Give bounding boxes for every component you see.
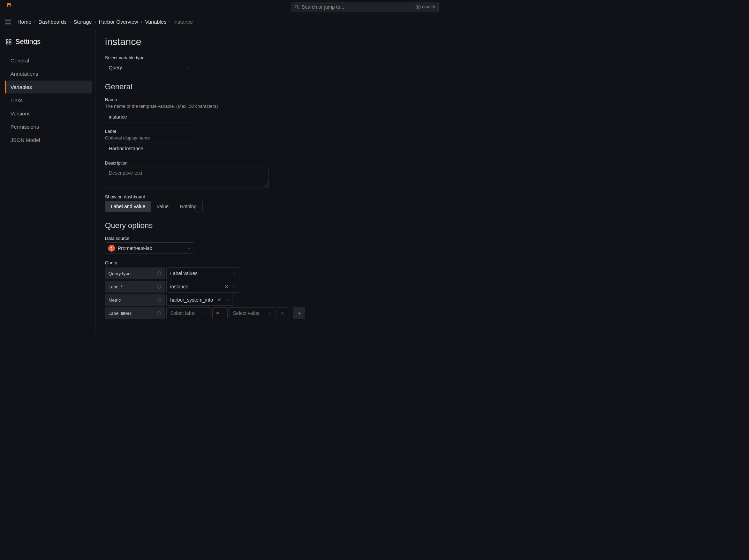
clear-label-icon[interactable]: ✕ <box>223 284 230 289</box>
filter-value-select[interactable]: Select value <box>229 307 275 319</box>
filter-label-select[interactable]: Select label <box>166 307 211 319</box>
grid-icon <box>6 39 12 45</box>
svg-rect-8 <box>417 7 419 8</box>
global-search[interactable]: Search or jump to... cmd+k <box>291 2 439 12</box>
top-bar: Search or jump to... cmd+k <box>0 0 444 14</box>
crumb-variables[interactable]: Variables <box>145 19 166 25</box>
chevron-down-icon <box>232 285 236 289</box>
svg-rect-14 <box>6 42 8 44</box>
search-icon <box>294 4 300 10</box>
datasource-label: Data source <box>105 236 444 241</box>
crumb-harbor[interactable]: Harbor Overview <box>99 19 138 25</box>
svg-point-20 <box>159 272 159 273</box>
svg-point-0 <box>8 5 10 7</box>
svg-line-18 <box>267 186 268 187</box>
name-help: The name of the template variable. (Max.… <box>105 104 444 109</box>
sidebar-item-variables[interactable]: Variables <box>6 81 92 93</box>
vartype-select[interactable]: Query <box>105 62 194 73</box>
showon-label: Show on dashboard <box>105 194 444 199</box>
crumb-dashboards[interactable]: Dashboards <box>38 19 67 25</box>
name-input[interactable]: instance <box>105 111 194 122</box>
chevron-down-icon <box>226 298 230 302</box>
svg-point-5 <box>417 6 418 6</box>
prometheus-icon <box>108 245 115 252</box>
metric-select[interactable]: harbor_system_info ✕ <box>166 294 233 306</box>
label-help: Optional display name <box>105 135 444 141</box>
chevron-down-icon <box>220 311 224 315</box>
metric-label: Metric <box>105 294 165 306</box>
search-shortcut: cmd+k <box>416 4 436 9</box>
svg-point-7 <box>419 6 419 6</box>
sidebar-item-permissions[interactable]: Permissions <box>6 120 92 133</box>
svg-point-6 <box>418 6 418 6</box>
section-general: General <box>105 82 444 91</box>
svg-rect-21 <box>159 273 159 274</box>
description-label: Description <box>105 160 444 166</box>
svg-point-1 <box>295 5 298 8</box>
resize-handle-icon[interactable] <box>264 183 268 187</box>
remove-filter-button[interactable] <box>277 307 288 319</box>
sidebar-title: Settings <box>6 38 92 46</box>
svg-point-23 <box>159 286 159 286</box>
query-label: Query <box>105 260 444 265</box>
svg-rect-15 <box>9 42 11 44</box>
sidebar-item-annotations[interactable]: Annotations <box>6 67 92 80</box>
info-icon[interactable] <box>157 311 161 316</box>
keyboard-icon <box>416 5 421 9</box>
label-label: Label <box>105 129 444 134</box>
settings-sidebar: Settings General Annotations Variables L… <box>0 30 96 332</box>
chevron-down-icon <box>187 246 191 250</box>
chevron-down-icon <box>232 271 236 275</box>
grafana-logo[interactable] <box>3 2 13 12</box>
svg-rect-24 <box>159 286 159 288</box>
crumb-current: instance <box>173 19 193 25</box>
info-icon[interactable] <box>157 297 161 302</box>
querytype-select[interactable]: Label values <box>166 267 240 279</box>
vartype-label: Select variable type <box>105 55 444 60</box>
chevron-down-icon <box>203 311 207 315</box>
labelselect-label: Label * <box>105 281 165 293</box>
labelselect-select[interactable]: instance ✕ <box>166 281 240 293</box>
search-placeholder: Search or jump to... <box>302 4 416 10</box>
svg-point-29 <box>159 312 159 312</box>
main-content: instance Select variable type Query Gene… <box>96 30 444 332</box>
menu-icon[interactable] <box>4 18 12 26</box>
close-icon <box>280 311 285 315</box>
chevron-down-icon <box>186 66 190 70</box>
svg-rect-30 <box>159 313 159 314</box>
svg-point-26 <box>159 299 159 299</box>
sidebar-item-versions[interactable]: Versions <box>6 107 92 120</box>
breadcrumb: Home› Dashboards› Storage› Harbor Overvi… <box>17 19 193 25</box>
svg-rect-27 <box>159 300 159 301</box>
showon-group: Label and value Value Nothing <box>105 201 203 212</box>
section-query-options: Query options <box>105 221 444 230</box>
label-input[interactable]: Harbor instance <box>105 143 194 154</box>
svg-line-2 <box>297 8 298 9</box>
labelfilters-label: Label filters <box>105 307 165 319</box>
crumb-storage[interactable]: Storage <box>74 19 92 25</box>
svg-rect-13 <box>9 39 11 41</box>
filter-operator-select[interactable]: = <box>212 307 228 319</box>
chevron-down-icon <box>267 311 271 315</box>
showon-opt-labelvalue[interactable]: Label and value <box>105 201 151 212</box>
breadcrumb-bar: Home› Dashboards› Storage› Harbor Overvi… <box>0 14 444 30</box>
showon-opt-nothing[interactable]: Nothing <box>174 201 202 212</box>
clear-metric-icon[interactable]: ✕ <box>216 297 223 303</box>
crumb-home[interactable]: Home <box>17 19 31 25</box>
page-title: instance <box>105 36 444 47</box>
plus-icon <box>297 311 302 316</box>
add-filter-button[interactable] <box>293 307 305 319</box>
svg-point-4 <box>417 6 417 6</box>
info-icon[interactable] <box>157 271 161 276</box>
querytype-label: Query type <box>105 267 165 279</box>
datasource-select[interactable]: Prometheus-lab <box>105 242 194 254</box>
sidebar-item-links[interactable]: Links <box>6 94 92 107</box>
name-label: Name <box>105 97 444 102</box>
showon-opt-value[interactable]: Value <box>151 201 174 212</box>
sidebar-item-json-model[interactable]: JSON Model <box>6 134 92 146</box>
sidebar-item-general[interactable]: General <box>6 54 92 67</box>
description-textarea[interactable]: Descriptive text <box>105 167 269 188</box>
svg-rect-3 <box>416 5 421 8</box>
info-icon[interactable] <box>157 284 161 289</box>
svg-rect-12 <box>6 39 8 41</box>
